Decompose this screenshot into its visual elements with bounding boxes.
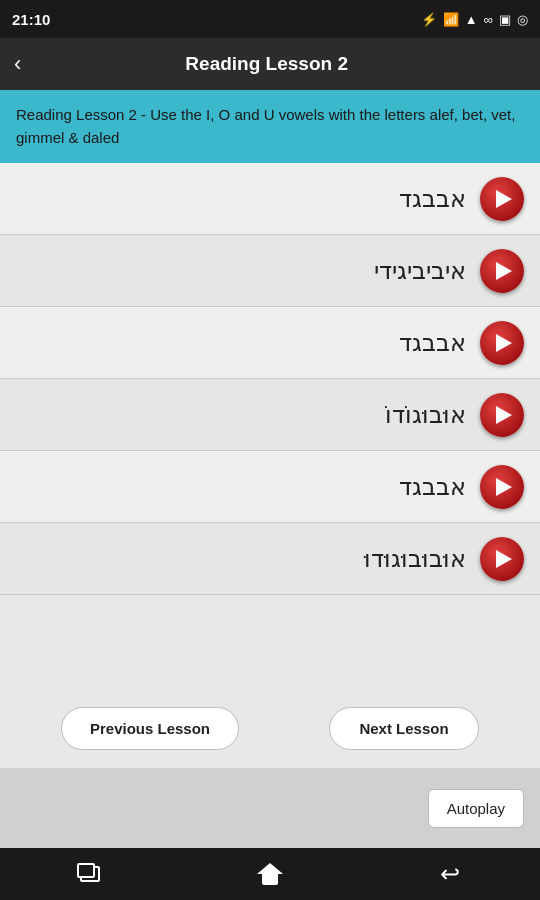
play-triangle-icon (496, 334, 512, 352)
play-triangle-icon (496, 478, 512, 496)
recent-apps-icon[interactable] (80, 866, 100, 882)
top-bar: ‹ Reading Lesson 2 (0, 38, 540, 90)
lesson-row: איביביגידי (0, 235, 540, 307)
hebrew-text-2: איביביגידי (16, 257, 466, 285)
back-nav-icon[interactable]: ↩ (440, 860, 460, 888)
home-button[interactable] (259, 863, 281, 885)
page-title: Reading Lesson 2 (37, 53, 496, 75)
location-icon: ◎ (517, 12, 528, 27)
lesson-row: אבבגד (0, 451, 540, 523)
status-time: 21:10 (12, 11, 50, 28)
content-area: אבבגד איביביגידי אבבגד אוּבוּגוֹדוֹ (0, 163, 540, 768)
play-button-3[interactable] (480, 321, 524, 365)
wifi-icon: ▲ (465, 12, 478, 27)
battery-icon: ⚡ (421, 12, 437, 27)
description-text: Reading Lesson 2 - Use the I, O and U vo… (16, 106, 515, 146)
lesson-row: אוּבוּגוֹדוֹ (0, 379, 540, 451)
autoplay-button[interactable]: Autoplay (428, 789, 524, 828)
back-button[interactable]: ‹ (14, 53, 21, 75)
status-bar: 21:10 ⚡ 📶 ▲ ∞ ▣ ◎ (0, 0, 540, 38)
play-triangle-icon (496, 190, 512, 208)
lesson-row: אבבגד (0, 163, 540, 235)
play-button-1[interactable] (480, 177, 524, 221)
signal-icon: 📶 (443, 12, 459, 27)
hebrew-text-1: אבבגד (16, 185, 466, 213)
play-triangle-icon (496, 262, 512, 280)
status-icons: ⚡ 📶 ▲ ∞ ▣ ◎ (421, 12, 528, 27)
overflow-icon: ∞ (484, 12, 493, 27)
lesson-row: אוּבוּבוּגוּדוּ (0, 523, 540, 595)
play-button-4[interactable] (480, 393, 524, 437)
play-triangle-icon (496, 406, 512, 424)
android-nav-bar: ↩ (0, 848, 540, 900)
play-button-2[interactable] (480, 249, 524, 293)
description-banner: Reading Lesson 2 - Use the I, O and U vo… (0, 90, 540, 163)
play-triangle-icon (496, 550, 512, 568)
bottom-area: Autoplay (0, 768, 540, 848)
lesson-row: אבבגד (0, 307, 540, 379)
lesson-rows: אבבגד איביביגידי אבבגד אוּבוּגוֹדוֹ (0, 163, 540, 689)
hebrew-text-4: אוּבוּגוֹדוֹ (16, 401, 466, 429)
play-button-5[interactable] (480, 465, 524, 509)
hebrew-text-6: אוּבוּבוּגוּדוּ (16, 545, 466, 573)
navigation-buttons: Previous Lesson Next Lesson (0, 689, 540, 768)
image-icon: ▣ (499, 12, 511, 27)
hebrew-text-3: אבבגד (16, 329, 466, 357)
previous-lesson-button[interactable]: Previous Lesson (61, 707, 239, 750)
play-button-6[interactable] (480, 537, 524, 581)
hebrew-text-5: אבבגד (16, 473, 466, 501)
next-lesson-button[interactable]: Next Lesson (329, 707, 479, 750)
